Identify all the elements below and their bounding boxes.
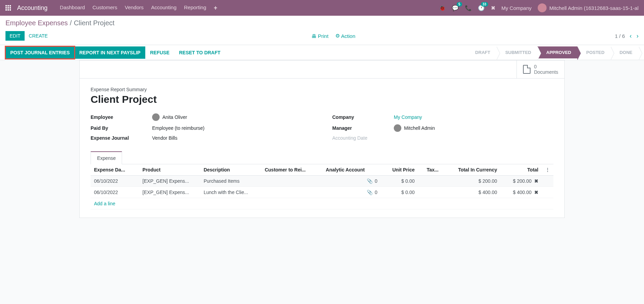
col-total[interactable]: Total [500,164,542,176]
col-total-currency[interactable]: Total In Currency [442,164,500,176]
nav-accounting[interactable]: Accounting [151,4,176,12]
tab-expense[interactable]: Expense [91,151,122,164]
pager-text[interactable]: 1 / 6 [615,33,625,39]
activities-icon[interactable]: 🕐33 [478,5,485,11]
table-row[interactable]: 06/10/2022 [EXP_GEN] Expens... Lunch wit… [91,187,553,198]
nav-reporting[interactable]: Reporting [184,4,206,12]
refuse-button[interactable]: REFUSE [145,46,174,59]
cell-total: $ 400.00✖ [500,187,542,198]
cell-total: $ 200.00✖ [500,176,542,187]
company-label: Company [332,114,394,120]
cell-product: [EXP_GEN] Expens... [139,176,200,187]
user-avatar-icon [538,3,547,12]
expense-journal-label: Expense Journal [91,135,152,141]
user-name: Mitchell Admin (16312683-saas-15-1-al [549,5,639,11]
breadcrumb-separator: / [70,19,72,27]
status-stages: DRAFT SUBMITTED APPROVED POSTED DONE [470,46,639,58]
print-button[interactable]: 🖶Print [311,33,328,39]
breadcrumb-current: Client Project [74,19,115,27]
stage-approved[interactable]: APPROVED [537,46,577,58]
cell-date: 06/10/2022 [91,176,139,187]
cell-taxes [418,176,442,187]
control-panel: Employee Expenses / Client Project EDIT … [0,16,644,45]
cell-description: Lunch with the Clie... [200,187,261,198]
expense-lines-table: Expense Da... Product Description Custom… [91,164,553,209]
bug-icon[interactable]: 🐞 [439,5,446,11]
tabs: Expense [91,151,553,164]
manager-value: Mitchell Admin [394,124,435,132]
cell-unit-price: $ 0.00 [381,176,418,187]
col-taxes[interactable]: Tax... [418,164,442,176]
cell-unit-price: $ 0.00 [381,187,418,198]
attachment-icon[interactable]: 📎 [367,178,373,184]
form-sheet: 0 Documents Expense Report Summary Clien… [79,60,565,218]
print-icon: 🖶 [311,33,317,39]
remove-row-icon[interactable]: ✖ [532,190,538,195]
nav-add-menu[interactable]: + [214,4,217,12]
cell-total-currency: $ 400.00 [442,187,500,198]
top-navbar: Accounting Dashboard Customers Vendors A… [0,0,644,16]
breadcrumb: Employee Expenses / Client Project [0,16,644,29]
cell-product: [EXP_GEN] Expens... [139,187,200,198]
employee-avatar-icon [152,113,160,121]
col-unit-price[interactable]: Unit Price [381,164,418,176]
nav-dashboard[interactable]: Dashboard [60,4,85,12]
pager-prev-icon[interactable]: ‹ [630,32,632,40]
activities-badge: 33 [481,2,488,6]
action-button[interactable]: ⚙Action [335,33,355,39]
reset-to-draft-button[interactable]: RESET TO DRAFT [174,46,225,59]
add-line-button[interactable]: Add a line [91,198,553,209]
record-title: Client Project [91,94,553,105]
remove-row-icon[interactable]: ✖ [532,178,538,184]
documents-count: 0 [534,64,558,69]
messages-badge: 5 [457,2,462,6]
cell-customer [261,176,322,187]
employee-label: Employee [91,114,152,120]
report-in-next-payslip-button[interactable]: REPORT IN NEXT PAYSLIP [75,46,145,59]
post-journal-entries-button[interactable]: POST JOURNAL ENTRIES [5,46,75,59]
attachment-icon[interactable]: 📎 [367,190,373,195]
breadcrumb-parent[interactable]: Employee Expenses [5,19,68,27]
pager-next-icon[interactable]: › [636,32,639,40]
paid-by-value: Employee (to reimburse) [152,125,204,131]
nav-customers[interactable]: Customers [92,4,117,12]
col-description[interactable]: Description [200,164,261,176]
summary-label: Expense Report Summary [91,87,553,92]
phone-icon[interactable]: 📞 [465,5,472,11]
stage-draft[interactable]: DRAFT [470,46,496,58]
create-button[interactable]: CREATE [25,31,52,41]
cell-description: Purchased Items [200,176,261,187]
tools-icon[interactable]: ✖ [491,5,495,11]
company-switcher[interactable]: My Company [501,5,532,11]
col-customer[interactable]: Customer to Rei... [261,164,322,176]
company-value[interactable]: My Company [394,114,422,120]
apps-icon[interactable] [5,5,11,11]
stage-done[interactable]: DONE [611,46,639,58]
col-options-icon[interactable]: ⋮ [542,164,553,176]
stage-submitted[interactable]: SUBMITTED [496,46,537,58]
status-bar: POST JOURNAL ENTRIES REPORT IN NEXT PAYS… [0,45,644,60]
cell-total-currency: $ 200.00 [442,176,500,187]
stage-posted[interactable]: POSTED [577,46,611,58]
cell-customer [261,187,322,198]
edit-button[interactable]: EDIT [5,31,25,41]
col-analytic[interactable]: Analytic Account [322,164,381,176]
nav-vendors[interactable]: Vendors [125,4,144,12]
cell-analytic: 📎0 [322,176,381,187]
manager-label: Manager [332,125,394,131]
paid-by-label: Paid By [91,125,152,131]
cell-analytic: 📎0 [322,187,381,198]
user-menu[interactable]: Mitchell Admin (16312683-saas-15-1-al [538,3,639,12]
col-date[interactable]: Expense Da... [91,164,139,176]
documents-button[interactable]: 0 Documents [516,60,564,78]
employee-value: Anita Oliver [152,113,187,121]
expense-journal-value: Vendor Bills [152,135,177,141]
manager-avatar-icon [394,124,401,132]
messages-icon[interactable]: 💬5 [452,5,459,11]
cell-date: 06/10/2022 [91,187,139,198]
col-product[interactable]: Product [139,164,200,176]
accounting-date-label: Accounting Date [332,135,394,141]
table-row[interactable]: 06/10/2022 [EXP_GEN] Expens... Purchased… [91,176,553,187]
app-title[interactable]: Accounting [17,4,48,12]
document-icon [523,65,531,74]
